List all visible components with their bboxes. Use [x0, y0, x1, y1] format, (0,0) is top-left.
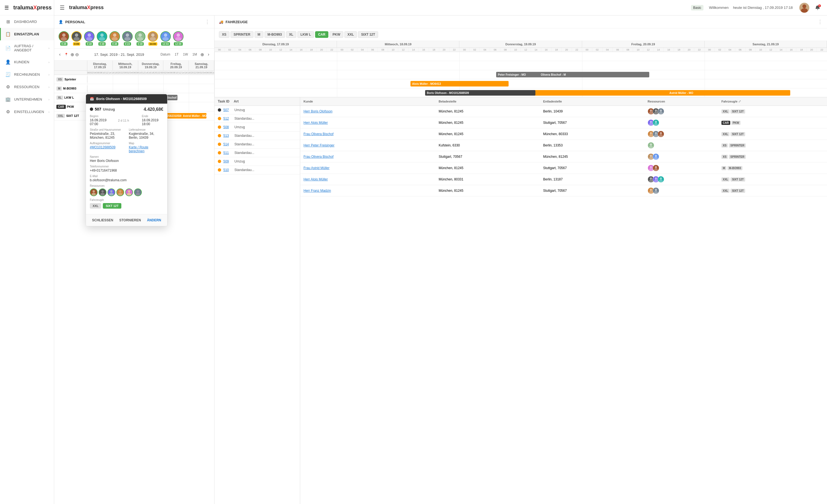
order-belade-6: München, 80331: [439, 178, 541, 181]
vehicle-tab-xs[interactable]: XS: [219, 31, 230, 38]
task-row-6[interactable]: 509 Umzug: [214, 157, 300, 166]
task-row-2[interactable]: 508 Umzug: [214, 123, 300, 132]
task-id-1[interactable]: 512: [223, 117, 232, 120]
vehicle-tab-sixt12t[interactable]: SIXT 12T: [358, 31, 378, 38]
popup-order-num-link[interactable]: #MO1012688509: [90, 145, 125, 149]
order-row-7[interactable]: Herr Franz Madzin München, 81245 Stuttga…: [300, 185, 827, 196]
task-row-3[interactable]: 513 Standardau...: [214, 132, 300, 140]
hamburger-icon[interactable]: ☰: [4, 5, 9, 11]
svg-point-59: [92, 193, 96, 196]
gantt-add-button[interactable]: ⊕: [200, 52, 204, 57]
hour-cell: 20: [684, 48, 694, 52]
avatar-circle-7[interactable]: [148, 31, 158, 42]
avatar-circle-6[interactable]: [135, 31, 145, 42]
avatar-circle-0[interactable]: [59, 31, 69, 42]
topbar-avatar[interactable]: [799, 3, 809, 13]
sidebar-icon-kunden: 👤: [5, 59, 11, 65]
right-gantt-bar-2[interactable]: Alois Müller - MO6413: [410, 81, 508, 87]
gantt-view-1w[interactable]: 1W: [182, 52, 189, 57]
personal-panel: 👤 PERSONAL ⋮ 0:48 0:09 0:48 0:48 0:48: [54, 15, 214, 504]
avatar-circle-1[interactable]: [71, 31, 82, 42]
gantt-bar-4[interactable]: Astrid Müller - MO: [181, 113, 207, 118]
sidebar-item-einsatzplan[interactable]: 📋 EINSATZPLAN: [0, 28, 54, 40]
sidebar-item-einstellungen[interactable]: ⚙ EINSTELLUNGEN ›: [0, 106, 54, 118]
resize-icon[interactable]: ⤢: [738, 99, 741, 103]
vehicle-tab-m-bo993[interactable]: M-BO993: [264, 31, 285, 38]
order-name-badge-0: SIXT 12T: [731, 109, 745, 113]
hour-cell: 10: [103, 71, 106, 74]
order-kunde-6[interactable]: Herr Alois Müller: [303, 178, 436, 181]
hour-cell: 20: [191, 71, 194, 74]
order-row-6[interactable]: Herr Alois Müller München, 80331 Berlin,…: [300, 174, 827, 185]
avatar-circle-2[interactable]: [84, 31, 95, 42]
vehicle-tab-lkwl[interactable]: LKW L: [297, 31, 314, 38]
gantt-prev-button[interactable]: ‹: [57, 51, 62, 58]
avatar-circle-8[interactable]: [160, 31, 171, 42]
task-id-6[interactable]: 509: [223, 159, 232, 163]
task-id-4[interactable]: 514: [223, 142, 232, 146]
avatar-circle-5[interactable]: [122, 31, 133, 42]
task-id-2[interactable]: 508: [223, 125, 232, 129]
svg-point-5: [74, 37, 80, 41]
order-kunde-0[interactable]: Herr Boris Olofsson: [303, 109, 436, 113]
order-row-4[interactable]: Frau Olivera Bischof Stuttgart, 70567 Mü…: [300, 151, 827, 162]
task-id-3[interactable]: 513: [223, 134, 232, 138]
topbar-notification-button[interactable]: 8: [814, 4, 822, 12]
vehicle-tab-m[interactable]: M: [254, 31, 263, 38]
order-kunde-7[interactable]: Herr Franz Madzin: [303, 189, 436, 193]
topbar-menu-icon[interactable]: ☰: [60, 4, 65, 11]
order-kunde-1[interactable]: Herr Alois Müller: [303, 121, 436, 124]
hour-cell: 08: [378, 48, 388, 52]
right-gantt-bar-1[interactable]: Olivera Bischof - M: [539, 72, 649, 78]
gantt-next-button[interactable]: ›: [206, 51, 211, 58]
order-kunde-4[interactable]: Frau Olivera Bischof: [303, 155, 436, 159]
popup-cancel-button[interactable]: STORNIEREN: [117, 217, 143, 223]
task-id-5[interactable]: 511: [223, 151, 232, 155]
order-kunde-2[interactable]: Frau Olivera Bischof: [303, 132, 436, 136]
svg-point-3: [61, 37, 67, 41]
gantt-zoom-in-button[interactable]: ⊕: [70, 52, 74, 57]
popup-map-link[interactable]: Karte / Route berechnen: [129, 145, 163, 153]
vehicle-tab-car[interactable]: CAR: [315, 31, 328, 38]
order-table: Kunde Beladestelle Entladestelle Ressour…: [300, 97, 827, 504]
personal-menu-icon[interactable]: ⋮: [205, 19, 210, 25]
task-row-4[interactable]: 514 Standardau...: [214, 140, 300, 149]
sidebar-item-kunden[interactable]: 👤 KUNDEN ›: [0, 56, 54, 68]
order-popup[interactable]: 📅 Boris Olofsson - MO1012688509 507 Umzu…: [86, 94, 167, 226]
popup-edit-button[interactable]: ÄNDERN: [145, 217, 163, 223]
gantt-view-1m[interactable]: 1M: [191, 52, 198, 57]
order-row-1[interactable]: Herr Alois Müller München, 81245 Stuttga…: [300, 117, 827, 129]
task-row-7[interactable]: 510 Standardau...: [214, 166, 300, 174]
order-row-0[interactable]: Herr Boris Olofsson München, 81245 Berli…: [300, 106, 827, 117]
vehicle-tab-xl[interactable]: XL: [286, 31, 296, 38]
svg-point-21: [175, 37, 181, 41]
task-row-0[interactable]: 507 Umzug: [214, 106, 300, 114]
order-kunde-3[interactable]: Herr Peter Freisinger: [303, 143, 436, 147]
order-kunde-5[interactable]: Frau Astrid Müller: [303, 166, 436, 170]
task-row-5[interactable]: 511 Standardau...: [214, 149, 300, 157]
popup-close-button[interactable]: SCHLIESSEN: [90, 217, 115, 223]
sidebar-item-unternehmen[interactable]: 🏢 UNTERNEHMEN ›: [0, 93, 54, 106]
avatar-circle-4[interactable]: [109, 31, 120, 42]
order-row-2[interactable]: Frau Olivera Bischof München, 81245 Münc…: [300, 129, 827, 140]
task-id-0[interactable]: 507: [223, 108, 232, 112]
avatar-circle-3[interactable]: [97, 31, 107, 42]
gantt-view-1t[interactable]: 1T: [174, 52, 180, 57]
sidebar-item-dashboard[interactable]: ⊞ DASHBOARD: [0, 15, 54, 28]
avatar-circle-9[interactable]: [173, 31, 184, 42]
fahrzeuge-menu-icon[interactable]: ⋮: [818, 19, 823, 25]
sidebar-item-auftrag[interactable]: 📄 AUFTRAG / ANGEBOT ›: [0, 40, 54, 56]
order-row-3[interactable]: Herr Peter Freisinger Kufstein, 6330 Ber…: [300, 140, 827, 151]
gantt-zoom-out-button[interactable]: ⊖: [75, 52, 79, 57]
vehicle-tab-pkw[interactable]: PKW: [330, 31, 343, 38]
order-row-5[interactable]: Frau Astrid Müller München, 81245 Stuttg…: [300, 162, 827, 174]
task-row-1[interactable]: 512 Standardau...: [214, 114, 300, 123]
task-id-7[interactable]: 510: [223, 168, 232, 172]
sidebar-item-ressourcen[interactable]: ⚙ RESSOURCEN ›: [0, 81, 54, 93]
right-gantt-bar-5[interactable]: Boris Olofsson - MO1012688509: [425, 90, 535, 96]
sidebar-item-rechnungen[interactable]: 🧾 RECHNUNGEN ›: [0, 68, 54, 81]
gantt-view-datum[interactable]: Datum: [159, 52, 172, 57]
right-gantt-bar-4[interactable]: Astrid Müller - MO: [668, 90, 790, 96]
vehicle-tab-sprinter[interactable]: SPRINTER: [231, 31, 253, 38]
vehicle-tab-xxl[interactable]: XXL: [344, 31, 357, 38]
